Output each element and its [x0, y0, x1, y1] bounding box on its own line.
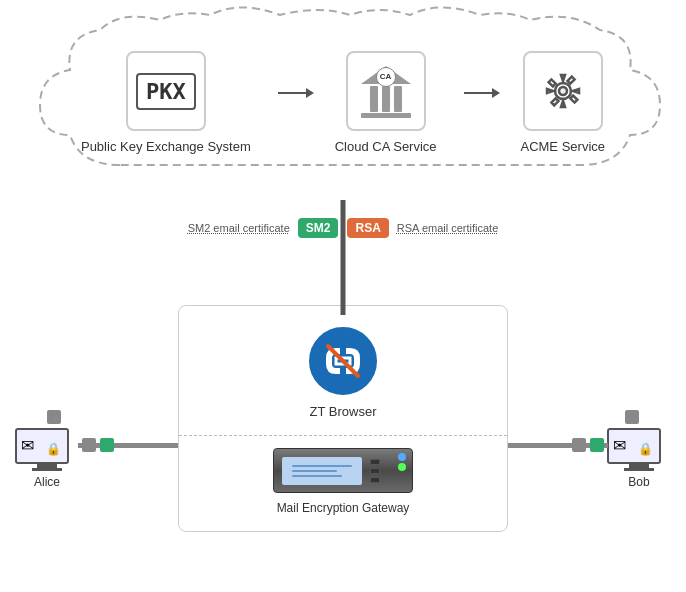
left-connection-line: [78, 443, 178, 448]
sm2-cert-label: SM2 email certificate: [188, 222, 290, 234]
gateway-device-icon: [273, 448, 413, 493]
left-badge-green: [100, 438, 114, 452]
zt-browser-label: ZT Browser: [310, 404, 377, 419]
arrow-ca-acme: [459, 92, 499, 94]
alice-section: ✉ 🔒 Alice: [15, 420, 79, 489]
right-badge-green: [590, 438, 604, 452]
main-box: ZT Browser Mail Encryption: [178, 305, 508, 532]
pkx-icon-box: PKX: [126, 51, 206, 131]
bob-envelope-icon: ✉: [613, 436, 626, 455]
pkx-node: PKX Public Key Exchange System: [81, 51, 251, 154]
pkx-icon: PKX: [136, 73, 196, 110]
alice-lock-icon: 🔒: [46, 442, 61, 456]
gateway-screen-lines: [292, 465, 352, 477]
gateway-ports: [370, 459, 380, 483]
gear-icon: [539, 67, 587, 115]
alice-label: Alice: [34, 475, 60, 489]
zt-browser-section: ZT Browser: [298, 306, 388, 435]
zt-browser-logo: [308, 326, 378, 396]
arrow-line-1: [278, 92, 308, 94]
acme-node: ACME Service: [520, 51, 605, 154]
alice-monitor: ✉ 🔒: [15, 428, 69, 464]
arrow-pkx-ca: [273, 92, 313, 94]
right-badge-gray: [572, 438, 586, 452]
pkx-label: Public Key Exchange System: [81, 139, 251, 154]
gateway-section: Mail Encryption Gateway: [263, 436, 423, 531]
arrow-line-2: [464, 92, 494, 94]
svg-point-1: [559, 87, 567, 95]
rsa-cert-label: RSA email certificate: [397, 222, 498, 234]
alice-indicator-1: [47, 410, 61, 424]
alice-envelope-icon: ✉: [21, 436, 34, 455]
bob-monitor-base: [624, 468, 654, 471]
sm2-badge: SM2: [298, 218, 339, 238]
acme-icon-box: [523, 51, 603, 131]
bob-computer: ✉ 🔒: [607, 428, 671, 471]
right-connection-line: [508, 443, 608, 448]
ca-icon-box: CA: [346, 51, 426, 131]
bob-label: Bob: [628, 475, 649, 489]
gateway-label: Mail Encryption Gateway: [277, 501, 410, 515]
bob-indicator-1: [625, 410, 639, 424]
ca-label: Cloud CA Service: [335, 139, 437, 154]
left-badge-gray: [82, 438, 96, 452]
ca-node: CA Cloud CA Service: [335, 51, 437, 154]
bob-monitor: ✉ 🔒: [607, 428, 661, 464]
acme-label: ACME Service: [520, 139, 605, 154]
gateway-screen: [282, 457, 362, 485]
cert-area: SM2 email certificate SM2 RSA RSA email …: [0, 218, 686, 238]
alice-computer: ✉ 🔒: [15, 428, 79, 471]
bob-section: ✉ 🔒 Bob: [607, 420, 671, 489]
alice-monitor-base: [32, 468, 62, 471]
bob-lock-icon: 🔒: [638, 442, 653, 456]
cloud-section: PKX Public Key Exchange System CA: [20, 10, 666, 205]
rsa-badge: RSA: [347, 218, 388, 238]
